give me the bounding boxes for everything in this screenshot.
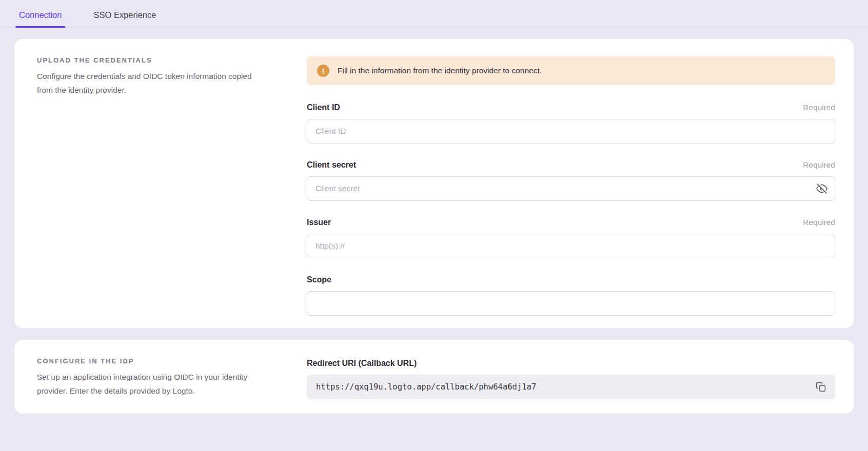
field-redirect-uri: Redirect URI (Callback URL) https://qxq1… [307,357,835,399]
client-id-input[interactable] [307,119,835,144]
section-title: UPLOAD THE CREDENTIALS [37,56,273,64]
idp-card: CONFIGURE IN THE IDP Set up an applicati… [14,340,854,414]
client-secret-label: Client secret [307,159,356,171]
required-badge: Required [803,216,835,229]
scope-label: Scope [307,274,331,286]
client-secret-input[interactable] [307,176,835,201]
alert-text: Fill in the information from the identit… [338,66,542,75]
required-badge: Required [803,101,835,114]
eye-off-icon [816,183,827,194]
tab-sso-experience[interactable]: SSO Experience [90,7,160,27]
idp-section-intro: CONFIGURE IN THE IDP Set up an applicati… [37,357,273,398]
warning-circle-icon: ! [317,65,329,77]
field-client-secret: Client secret Required [307,159,835,201]
tab-connection[interactable]: Connection [15,7,65,27]
field-issuer: Issuer Required [307,216,835,258]
field-scope: Scope [307,274,835,316]
section-title: CONFIGURE IN THE IDP [37,357,273,365]
credentials-section-intro: UPLOAD THE CREDENTIALS Configure the cre… [37,56,273,97]
copy-icon [816,382,826,392]
client-id-label: Client ID [307,101,340,114]
issuer-label: Issuer [307,216,331,229]
redirect-uri-box: https://qxq19u.logto.app/callback/phw64a… [307,375,835,399]
scope-input[interactable] [307,291,835,316]
section-description: Set up an application integration using … [37,370,268,398]
issuer-input[interactable] [307,234,835,258]
required-badge: Required [803,159,835,171]
section-description: Configure the credentials and OIDC token… [37,69,268,97]
tab-bar: Connection SSO Experience [0,0,868,28]
redirect-uri-value: https://qxq19u.logto.app/callback/phw64a… [316,382,536,392]
redirect-uri-label: Redirect URI (Callback URL) [307,357,417,370]
toggle-secret-visibility-button[interactable] [814,180,830,197]
alert-banner: ! Fill in the information from the ident… [307,56,835,85]
field-client-id: Client ID Required [307,101,835,144]
credentials-card: UPLOAD THE CREDENTIALS Configure the cre… [14,39,854,328]
copy-button[interactable] [813,379,829,395]
